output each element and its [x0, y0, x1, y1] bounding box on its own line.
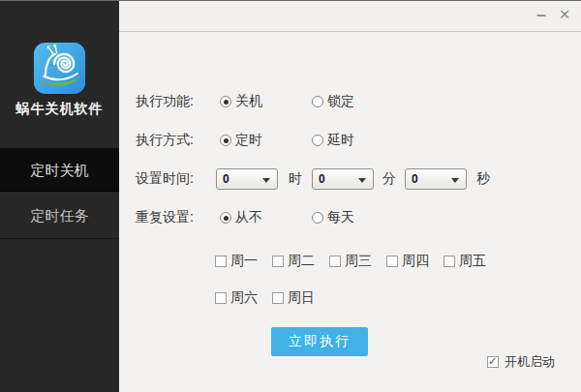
sidebar: 蜗牛关机软件 定时关机 定时任务 — [0, 1, 119, 392]
checkbox-thursday[interactable]: 周四 — [386, 253, 430, 270]
checkbox-label: 周三 — [345, 253, 372, 270]
checkbox-tuesday[interactable]: 周二 — [272, 253, 316, 270]
radio-icon[interactable] — [312, 135, 323, 146]
function-row: 执行功能: 关机 锁定 — [136, 93, 404, 110]
checkbox-friday[interactable]: 周五 — [443, 253, 487, 270]
radio-option-timed[interactable]: 定时 — [220, 132, 312, 149]
radio-label: 从不 — [235, 209, 262, 226]
app-logo snail-icon — [33, 42, 86, 95]
radio-option-delayed[interactable]: 延时 — [312, 132, 404, 149]
second-value: 0 — [406, 172, 418, 186]
checkbox-icon[interactable] — [272, 256, 284, 267]
execute-now-button[interactable]: 立即执行 — [271, 327, 368, 356]
mode-row: 执行方式: 定时 延时 — [136, 132, 404, 149]
function-label: 执行功能: — [136, 93, 220, 110]
checkbox-icon[interactable] — [487, 356, 499, 368]
main-content: 执行功能: 关机 锁定 执行方式: 定时 延时 设置时间: — [119, 32, 581, 392]
repeat-row: 重复设置: 从不 每天 — [136, 209, 404, 226]
hour-value: 0 — [217, 172, 229, 186]
checkbox-icon[interactable] — [386, 256, 398, 267]
minute-unit: 分 — [382, 170, 396, 188]
repeat-label: 重复设置: — [136, 209, 220, 226]
chevron-down-icon — [358, 178, 366, 183]
checkbox-label: 周五 — [459, 253, 486, 270]
time-label: 设置时间: — [136, 170, 216, 188]
checkbox-monday[interactable]: 周一 — [215, 253, 259, 270]
checkbox-label: 周六 — [230, 289, 258, 307]
radio-label: 关机 — [235, 93, 262, 110]
sidebar-nav: 定时关机 定时任务 — [0, 148, 119, 239]
radio-label: 延时 — [327, 132, 354, 149]
sidebar-item-timed-shutdown[interactable]: 定时关机 — [0, 148, 119, 192]
weekday-row-2: 周六 周日 — [215, 289, 329, 307]
radio-label: 锁定 — [327, 93, 354, 110]
minute-value: 0 — [313, 172, 325, 186]
minute-select[interactable]: 0 — [312, 168, 374, 190]
autostart-label: 开机启动 — [505, 353, 555, 371]
checkbox-label: 周二 — [288, 253, 315, 270]
hour-unit: 时 — [289, 170, 302, 188]
radio-label: 每天 — [327, 209, 354, 226]
minimize-button[interactable]: – — [529, 1, 554, 30]
mode-label: 执行方式: — [136, 132, 220, 149]
time-row: 设置时间: 0 时 0 分 0 秒 — [136, 168, 490, 190]
autostart-option[interactable]: 开机启动 — [487, 353, 555, 371]
chevron-down-icon — [451, 178, 459, 183]
checkbox-label: 周日 — [288, 289, 315, 307]
second-select[interactable]: 0 — [405, 168, 467, 190]
titlebar: – × — [119, 1, 581, 32]
second-unit: 秒 — [476, 170, 490, 188]
checkbox-icon[interactable] — [443, 256, 455, 267]
checkbox-icon[interactable] — [215, 292, 227, 304]
radio-icon[interactable] — [220, 96, 231, 107]
app-window: 蜗牛关机软件 定时关机 定时任务 – × 执行功能: 关机 锁定 执行方式: — [0, 0, 581, 392]
checkbox-saturday[interactable]: 周六 — [215, 289, 259, 307]
checkbox-icon[interactable] — [272, 292, 284, 304]
checkbox-sunday[interactable]: 周日 — [272, 289, 316, 307]
weekday-row-1: 周一 周二 周三 周四 周五 — [215, 253, 501, 270]
radio-option-never[interactable]: 从不 — [220, 209, 312, 226]
checkbox-icon[interactable] — [215, 256, 227, 267]
radio-option-everyday[interactable]: 每天 — [312, 209, 404, 226]
checkbox-icon[interactable] — [329, 256, 341, 267]
app-title: 蜗牛关机软件 — [0, 101, 119, 118]
close-button[interactable]: × — [552, 1, 577, 30]
radio-icon[interactable] — [312, 96, 323, 107]
sidebar-item-timed-task[interactable]: 定时任务 — [0, 192, 119, 239]
radio-icon[interactable] — [220, 212, 231, 224]
radio-label: 定时 — [235, 132, 262, 149]
radio-icon[interactable] — [312, 212, 323, 224]
checkbox-wednesday[interactable]: 周三 — [329, 253, 373, 270]
checkbox-label: 周一 — [230, 253, 258, 270]
radio-icon[interactable] — [220, 135, 231, 146]
chevron-down-icon — [262, 178, 270, 183]
checkbox-label: 周四 — [402, 253, 429, 270]
radio-option-lock[interactable]: 锁定 — [312, 93, 404, 110]
hour-select[interactable]: 0 — [216, 168, 278, 190]
radio-option-shutdown[interactable]: 关机 — [220, 93, 312, 110]
